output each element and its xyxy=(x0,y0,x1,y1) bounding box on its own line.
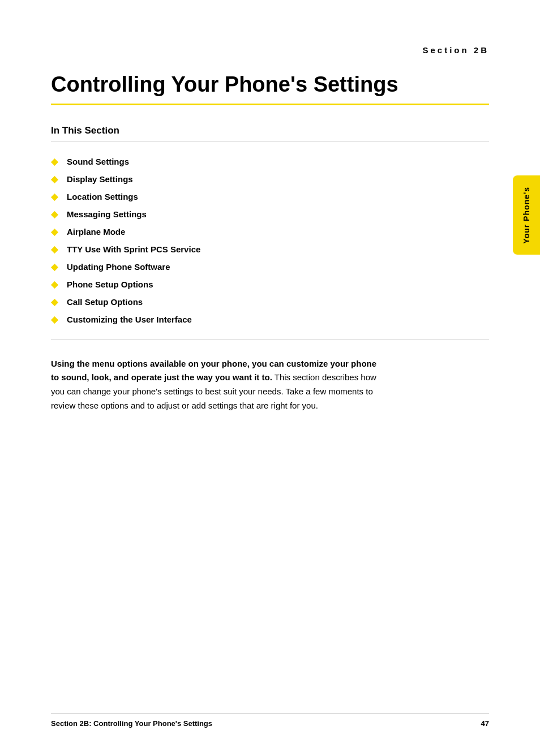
list-item: ◆ Updating Phone Software xyxy=(51,258,489,276)
bullet-icon: ◆ xyxy=(51,279,58,290)
section-top-rule xyxy=(51,141,489,141)
in-this-section-heading: In This Section xyxy=(51,125,489,136)
bullet-icon: ◆ xyxy=(51,209,58,220)
bullet-icon: ◆ xyxy=(51,244,58,255)
toc-item-label: Customizing the User Interface xyxy=(67,315,192,324)
section-label: Section 2B xyxy=(51,45,489,55)
list-item: ◆ Display Settings xyxy=(51,170,489,188)
footer: Section 2B: Controlling Your Phone's Set… xyxy=(51,713,489,728)
footer-page-number: 47 xyxy=(481,719,489,728)
bullet-icon: ◆ xyxy=(51,156,58,167)
sidebar-tab: Your Phone's xyxy=(513,175,540,255)
list-item: ◆ Location Settings xyxy=(51,188,489,205)
list-item: ◆ TTY Use With Sprint PCS Service xyxy=(51,240,489,258)
intro-paragraph: Using the menu options available on your… xyxy=(51,357,379,413)
toc-item-label: Phone Setup Options xyxy=(67,280,153,289)
list-item: ◆ Airplane Mode xyxy=(51,223,489,240)
toc-list: ◆ Sound Settings ◆ Display Settings ◆ Lo… xyxy=(51,153,489,328)
bullet-icon: ◆ xyxy=(51,297,58,307)
list-item: ◆ Phone Setup Options xyxy=(51,276,489,293)
bullet-icon: ◆ xyxy=(51,226,58,237)
toc-item-label: Updating Phone Software xyxy=(67,262,170,272)
page-container: Section 2B Controlling Your Phone's Sett… xyxy=(0,0,540,756)
toc-item-label: Display Settings xyxy=(67,174,133,184)
toc-item-label: TTY Use With Sprint PCS Service xyxy=(67,244,200,254)
section-bottom-rule xyxy=(51,340,489,340)
bullet-icon: ◆ xyxy=(51,314,58,325)
title-rule xyxy=(51,104,489,105)
toc-item-label: Location Settings xyxy=(67,192,138,201)
list-item: ◆ Call Setup Options xyxy=(51,293,489,311)
bullet-icon: ◆ xyxy=(51,174,58,184)
list-item: ◆ Messaging Settings xyxy=(51,205,489,223)
list-item: ◆ Customizing the User Interface xyxy=(51,311,489,328)
toc-item-label: Messaging Settings xyxy=(67,209,147,219)
toc-item-label: Sound Settings xyxy=(67,157,129,166)
footer-text: Section 2B: Controlling Your Phone's Set… xyxy=(51,719,212,728)
bullet-icon: ◆ xyxy=(51,261,58,272)
toc-item-label: Call Setup Options xyxy=(67,297,143,307)
bullet-icon: ◆ xyxy=(51,191,58,202)
sidebar-tab-label: Your Phone's xyxy=(522,187,531,244)
list-item: ◆ Sound Settings xyxy=(51,153,489,170)
page-title: Controlling Your Phone's Settings xyxy=(51,72,489,98)
toc-item-label: Airplane Mode xyxy=(67,227,125,237)
